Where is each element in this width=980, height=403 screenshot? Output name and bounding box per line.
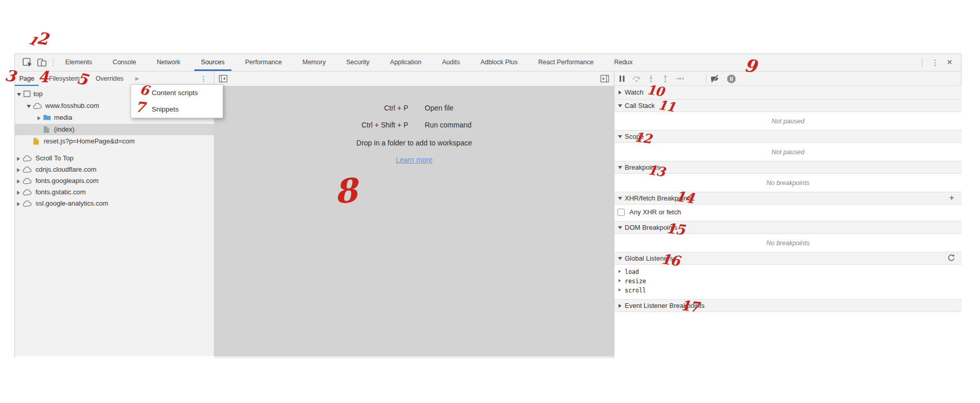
tree-row-script[interactable]: reset.js?p=HomePage&d=com bbox=[15, 136, 214, 147]
section-event-listener-breakpoints[interactable]: Event Listener Breakpoints bbox=[614, 299, 961, 312]
step-out-icon[interactable] bbox=[661, 74, 670, 83]
status-text: No breakpoints bbox=[614, 240, 961, 247]
tree-expand-arrow[interactable] bbox=[17, 93, 21, 96]
tab-sources[interactable]: Sources bbox=[194, 54, 231, 71]
any-xhr-checkbox[interactable] bbox=[618, 209, 625, 216]
inspect-element-icon[interactable] bbox=[22, 57, 33, 68]
learn-more-link[interactable]: Learn more bbox=[396, 156, 433, 164]
tree-row-label: ssl.google-analytics.com bbox=[35, 198, 108, 209]
scope-body: Not paused bbox=[614, 143, 961, 161]
refresh-listeners-icon[interactable] bbox=[947, 253, 956, 263]
section-scope[interactable]: Scope bbox=[614, 130, 961, 143]
tree-row-domain[interactable]: cdnjs.cloudflare.com bbox=[15, 164, 214, 175]
tab-security[interactable]: Security bbox=[339, 54, 376, 71]
section-arrow-icon[interactable] bbox=[618, 257, 622, 260]
tab-application[interactable]: Application bbox=[384, 54, 428, 71]
breakpoints-body: No breakpoints bbox=[614, 174, 961, 192]
tree-expand-arrow[interactable] bbox=[38, 116, 41, 120]
section-arrow-icon[interactable] bbox=[618, 226, 622, 229]
section-dom-breakpoints[interactable]: DOM Breakpoints bbox=[614, 221, 961, 234]
section-xhr-breakpoints[interactable]: XHR/fetch Breakpoints + bbox=[614, 192, 961, 205]
learn-more-row: Learn more bbox=[214, 156, 614, 164]
tab-audits[interactable]: Audits bbox=[435, 54, 467, 71]
tab-filesystem[interactable]: Filesystem bbox=[44, 71, 85, 86]
section-watch[interactable]: Watch bbox=[614, 85, 961, 100]
tree-row-selected-file[interactable]: (index) bbox=[15, 124, 214, 135]
hide-navigator-icon[interactable] bbox=[219, 74, 228, 83]
main-tab-bar: Elements Console Network Sources Perform… bbox=[59, 54, 640, 71]
listener-row[interactable]: resize bbox=[614, 277, 961, 286]
section-arrow-icon[interactable] bbox=[618, 135, 622, 138]
navigator-pane: top www.fosshub.com media (index) bbox=[15, 86, 214, 356]
add-xhr-breakpoint-icon[interactable]: + bbox=[947, 193, 956, 203]
tree-row-label: reset.js?p=HomePage&d=com bbox=[44, 136, 135, 147]
step-over-icon[interactable] bbox=[632, 74, 641, 83]
status-text: Not paused bbox=[614, 149, 961, 156]
global-listeners-body: load resize scroll bbox=[614, 265, 961, 297]
frame-icon bbox=[23, 90, 31, 101]
pause-script-icon[interactable] bbox=[618, 74, 627, 83]
toolbar-divider bbox=[922, 58, 922, 67]
tree-expand-arrow[interactable] bbox=[17, 179, 20, 184]
tree-row-domain[interactable]: fonts.googleapis.com bbox=[15, 175, 214, 187]
section-global-listeners[interactable]: Global Listeners bbox=[614, 252, 961, 265]
tree-expand-arrow[interactable] bbox=[17, 168, 20, 172]
close-icon[interactable]: ✕ bbox=[947, 54, 953, 71]
pause-on-exceptions-icon[interactable] bbox=[727, 74, 736, 83]
tree-row-domain[interactable]: ssl.google-analytics.com bbox=[15, 198, 214, 209]
tab-memory[interactable]: Memory bbox=[296, 54, 332, 71]
tree-row-domain[interactable]: Scroll To Top bbox=[15, 153, 214, 164]
tab-console[interactable]: Console bbox=[106, 54, 143, 71]
listener-expand-arrow[interactable] bbox=[619, 270, 621, 273]
debugger-pane: Watch Call Stack Not paused Scope Not pa… bbox=[614, 86, 961, 358]
section-label: DOM Breakpoints bbox=[625, 222, 678, 233]
tab-overrides[interactable]: Overrides bbox=[90, 71, 129, 86]
tree-expand-arrow[interactable] bbox=[17, 202, 20, 206]
listener-row[interactable]: load bbox=[614, 267, 961, 277]
editor-pane: Ctrl + P Open file Ctrl + Shift + P Run … bbox=[214, 86, 614, 356]
tab-performance[interactable]: Performance bbox=[239, 54, 289, 71]
any-xhr-label: Any XHR or fetch bbox=[629, 205, 681, 220]
listener-row[interactable]: scroll bbox=[614, 286, 961, 295]
navigator-menu-icon[interactable]: ⋮ bbox=[200, 71, 207, 86]
call-stack-body: Not paused bbox=[614, 112, 961, 131]
section-arrow-icon[interactable] bbox=[618, 197, 622, 200]
section-arrow-icon[interactable] bbox=[619, 304, 622, 308]
hide-debugger-icon[interactable] bbox=[600, 74, 609, 83]
tree-row-label: fonts.gstatic.com bbox=[35, 187, 86, 198]
shortcut-row: Ctrl + Shift + P Run command bbox=[214, 121, 614, 129]
section-arrow-icon[interactable] bbox=[618, 166, 622, 169]
section-call-stack[interactable]: Call Stack bbox=[614, 99, 961, 112]
tab-adblock-plus[interactable]: Adblock Plus bbox=[474, 54, 524, 71]
cloud-icon bbox=[22, 199, 33, 211]
folder-blue-icon bbox=[43, 114, 51, 125]
toolbar-divider bbox=[706, 75, 706, 83]
section-arrow-icon[interactable] bbox=[619, 90, 622, 95]
tab-elements[interactable]: Elements bbox=[59, 54, 99, 71]
deactivate-breakpoints-icon[interactable] bbox=[710, 74, 719, 83]
tab-redux[interactable]: Redux bbox=[607, 54, 639, 71]
menu-item-content-scripts[interactable]: Content scripts bbox=[131, 85, 223, 101]
step-into-icon[interactable] bbox=[646, 74, 656, 83]
tree-expand-arrow[interactable] bbox=[17, 157, 20, 161]
tab-network[interactable]: Network bbox=[150, 54, 187, 71]
tab-react-performance[interactable]: React Performance bbox=[532, 54, 601, 71]
device-toolbar-icon[interactable] bbox=[37, 57, 47, 68]
tree-row-domain[interactable]: fonts.gstatic.com bbox=[15, 187, 214, 198]
file-yellow-icon bbox=[32, 137, 40, 149]
devtools-menu-icon[interactable]: ⋮ bbox=[931, 54, 939, 71]
section-label: XHR/fetch Breakpoints bbox=[625, 192, 693, 204]
section-arrow-icon[interactable] bbox=[618, 104, 622, 107]
toolbar-divider bbox=[53, 58, 53, 67]
step-icon[interactable] bbox=[675, 74, 684, 83]
listener-expand-arrow[interactable] bbox=[619, 279, 621, 282]
tree-row-label: www.fosshub.com bbox=[45, 100, 99, 112]
listener-expand-arrow[interactable] bbox=[619, 288, 621, 291]
tree-expand-arrow[interactable] bbox=[27, 105, 31, 108]
section-breakpoints[interactable]: Breakpoints bbox=[614, 161, 961, 174]
more-tabs-icon[interactable]: » bbox=[135, 71, 138, 86]
tree-expand-arrow[interactable] bbox=[17, 191, 20, 195]
tab-page[interactable]: Page bbox=[15, 71, 39, 86]
section-label: Watch bbox=[625, 86, 643, 99]
menu-item-snippets[interactable]: Snippets bbox=[131, 101, 223, 118]
